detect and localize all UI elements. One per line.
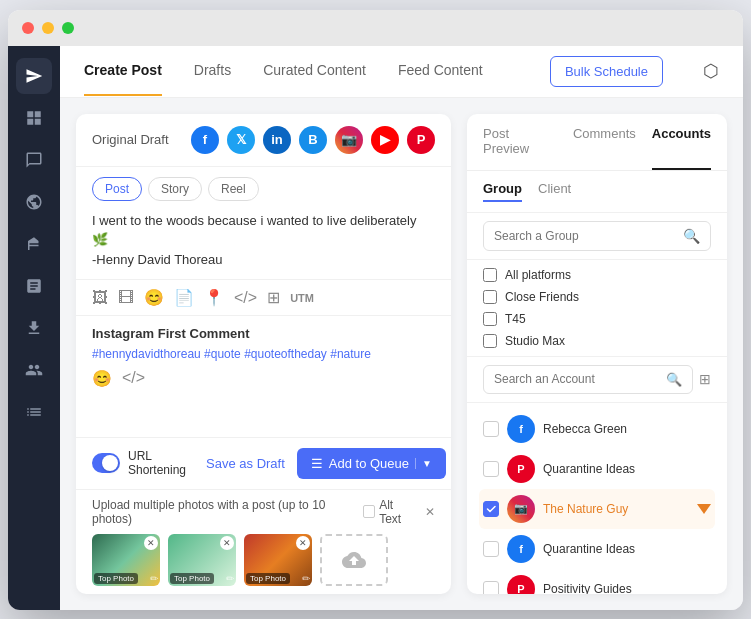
avatar-the-nature-guy: 📷 bbox=[507, 495, 535, 523]
linkedin-icon[interactable]: in bbox=[263, 126, 291, 154]
alt-text-checkbox[interactable] bbox=[363, 505, 376, 518]
tab-group[interactable]: Group bbox=[483, 181, 522, 202]
right-panel-tabs: Post Preview Comments Accounts bbox=[467, 114, 727, 171]
upload-section: Upload multiple photos with a post (up t… bbox=[76, 489, 451, 594]
instagram-icon[interactable]: 📷 bbox=[335, 126, 363, 154]
account-search-input[interactable] bbox=[494, 372, 660, 386]
account-item-the-nature-guy[interactable]: 📷 The Nature Guy bbox=[479, 489, 715, 529]
comment-code-icon[interactable]: </> bbox=[122, 369, 145, 388]
alt-text-label: Alt Text bbox=[379, 498, 417, 526]
account-checkbox-rebecca-green[interactable] bbox=[483, 421, 499, 437]
tab-comments[interactable]: Comments bbox=[573, 114, 636, 170]
add-queue-dropdown-arrow[interactable]: ▼ bbox=[415, 458, 432, 469]
tab-curated-content[interactable]: Curated Content bbox=[263, 46, 366, 96]
toolbar-row: 🖼 🎞 😊 📄 📍 </> ⊞ UTM bbox=[76, 279, 451, 316]
image-toolbar-icon[interactable]: 🖼 bbox=[92, 289, 108, 307]
group-client-tabs: Group Client bbox=[467, 171, 727, 213]
avatar-positivity-guides: P bbox=[507, 575, 535, 594]
sidebar-item-download[interactable] bbox=[16, 310, 52, 346]
pinterest-icon[interactable]: P bbox=[407, 126, 435, 154]
edit-photo-2-icon[interactable]: ✏ bbox=[226, 573, 234, 584]
edit-photo-1-icon[interactable]: ✏ bbox=[150, 573, 158, 584]
facebook-icon[interactable]: f bbox=[191, 126, 219, 154]
sidebar-item-network[interactable] bbox=[16, 184, 52, 220]
account-item-quarantine-ideas-1[interactable]: P Quarantine Ideas bbox=[483, 449, 711, 489]
add-queue-label: Add to Queue bbox=[329, 456, 409, 471]
sidebar-item-list[interactable] bbox=[16, 394, 52, 430]
sidebar-item-send[interactable] bbox=[16, 58, 52, 94]
sidebar-item-team[interactable] bbox=[16, 352, 52, 388]
group-search-inner: 🔍 bbox=[483, 221, 711, 251]
group-item-label-t45: T45 bbox=[505, 312, 526, 326]
photo-upload-slot[interactable] bbox=[320, 534, 388, 586]
group-search-input[interactable] bbox=[494, 229, 677, 243]
minimize-button[interactable] bbox=[42, 22, 54, 34]
utm-badge[interactable]: UTM bbox=[290, 292, 314, 304]
grid-toolbar-icon[interactable]: ⊞ bbox=[267, 288, 280, 307]
filter-icon[interactable]: ⊞ bbox=[699, 371, 711, 387]
add-queue-icon: ☰ bbox=[311, 456, 323, 471]
code-toolbar-icon[interactable]: </> bbox=[234, 289, 257, 307]
tab-accounts[interactable]: Accounts bbox=[652, 114, 711, 170]
sidebar-item-analytics[interactable] bbox=[16, 268, 52, 304]
edit-photo-3-icon[interactable]: ✏ bbox=[302, 573, 310, 584]
post-type-tabs: Post Story Reel bbox=[76, 167, 451, 201]
comment-toolbar: 😊 </> bbox=[92, 361, 435, 388]
sidebar-item-grid[interactable] bbox=[16, 100, 52, 136]
tab-drafts[interactable]: Drafts bbox=[194, 46, 231, 96]
accounts-list: f Rebecca Green P Quarantine Ideas bbox=[467, 403, 727, 594]
group-checkbox-all-platforms[interactable] bbox=[483, 268, 497, 282]
main-columns: Original Draft f 𝕏 in B 📷 ▶ P bbox=[60, 98, 743, 610]
alt-text-button[interactable]: Alt Text ✕ bbox=[363, 498, 435, 526]
remove-photo-1-button[interactable]: ✕ bbox=[144, 536, 158, 550]
account-checkbox-the-nature-guy[interactable] bbox=[483, 501, 499, 517]
titlebar bbox=[8, 10, 743, 46]
post-text-area[interactable]: I went to the woods because i wanted to … bbox=[76, 201, 451, 280]
group-item-studio-max[interactable]: Studio Max bbox=[483, 334, 711, 348]
tab-reel[interactable]: Reel bbox=[208, 177, 259, 201]
account-item-rebecca-green[interactable]: f Rebecca Green bbox=[483, 409, 711, 449]
tab-story[interactable]: Story bbox=[148, 177, 202, 201]
tab-feed-content[interactable]: Feed Content bbox=[398, 46, 483, 96]
group-item-t45[interactable]: T45 bbox=[483, 312, 711, 326]
export-icon[interactable]: ⬡ bbox=[703, 60, 719, 82]
maximize-button[interactable] bbox=[62, 22, 74, 34]
location-toolbar-icon[interactable]: 📍 bbox=[204, 288, 224, 307]
group-item-close-friends[interactable]: Close Friends bbox=[483, 290, 711, 304]
account-checkbox-positivity-guides[interactable] bbox=[483, 581, 499, 594]
emoji-toolbar-icon[interactable]: 😊 bbox=[144, 288, 164, 307]
tab-create-post[interactable]: Create Post bbox=[84, 46, 162, 96]
buffer-icon[interactable]: B bbox=[299, 126, 327, 154]
alt-text-close-icon[interactable]: ✕ bbox=[425, 505, 435, 519]
account-name-quarantine-ideas-1: Quarantine Ideas bbox=[543, 462, 711, 476]
bulk-schedule-button[interactable]: Bulk Schedule bbox=[550, 56, 663, 87]
account-checkbox-quarantine-ideas-2[interactable] bbox=[483, 541, 499, 557]
group-checkbox-t45[interactable] bbox=[483, 312, 497, 326]
close-button[interactable] bbox=[22, 22, 34, 34]
sidebar-item-chat[interactable] bbox=[16, 142, 52, 178]
url-shortening-toggle[interactable] bbox=[92, 453, 120, 473]
sidebar-item-megaphone[interactable] bbox=[16, 226, 52, 262]
account-item-positivity-guides[interactable]: P Positivity Guides bbox=[483, 569, 711, 594]
twitter-icon[interactable]: 𝕏 bbox=[227, 126, 255, 154]
content-area: Create Post Drafts Curated Content Feed … bbox=[60, 46, 743, 610]
editor-header: Original Draft f 𝕏 in B 📷 ▶ P bbox=[76, 114, 451, 167]
avatar-rebecca-green: f bbox=[507, 415, 535, 443]
group-item-all-platforms[interactable]: All platforms bbox=[483, 268, 711, 282]
add-to-queue-button[interactable]: ☰ Add to Queue ▼ bbox=[297, 448, 446, 479]
remove-photo-3-button[interactable]: ✕ bbox=[296, 536, 310, 550]
group-checkbox-studio-max[interactable] bbox=[483, 334, 497, 348]
tab-post[interactable]: Post bbox=[92, 177, 142, 201]
youtube-icon[interactable]: ▶ bbox=[371, 126, 399, 154]
document-toolbar-icon[interactable]: 📄 bbox=[174, 288, 194, 307]
account-checkbox-quarantine-ideas-1[interactable] bbox=[483, 461, 499, 477]
group-search-icon: 🔍 bbox=[683, 228, 700, 244]
remove-photo-2-button[interactable]: ✕ bbox=[220, 536, 234, 550]
tab-post-preview[interactable]: Post Preview bbox=[483, 114, 557, 170]
group-checkbox-close-friends[interactable] bbox=[483, 290, 497, 304]
tab-client[interactable]: Client bbox=[538, 181, 571, 202]
gif-toolbar-icon[interactable]: 🎞 bbox=[118, 289, 134, 307]
save-draft-button[interactable]: Save as Draft bbox=[206, 456, 285, 471]
account-item-quarantine-ideas-2[interactable]: f Quarantine Ideas bbox=[483, 529, 711, 569]
comment-emoji-icon[interactable]: 😊 bbox=[92, 369, 112, 388]
